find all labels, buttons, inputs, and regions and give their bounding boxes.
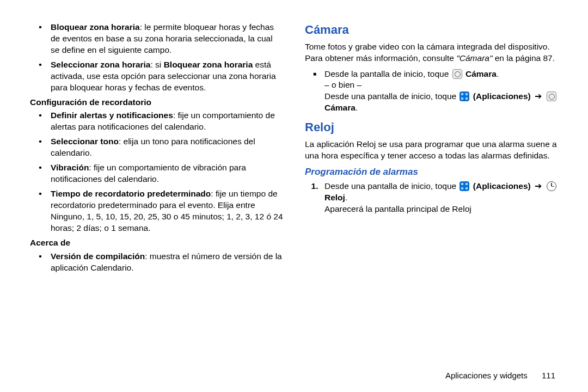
subhead-reminder-config: Configuración de recordatorio: [30, 97, 283, 108]
subhead-about: Acerca de: [30, 237, 283, 249]
heading-clock: Reloj: [305, 119, 558, 136]
bullet-text: Seleccionar zona horaria: si Bloquear zo…: [51, 59, 283, 94]
bullet-title: Tiempo de recordatorio predeterminado: [51, 189, 211, 198]
bullet-marker: •: [30, 251, 51, 274]
step-text: Desde la pantalla de inicio, toque Cámar…: [324, 69, 558, 114]
bullet-marker: •: [30, 188, 51, 234]
bullet-title: Seleccionar tono: [51, 137, 119, 146]
numbered-step: 1. Desde una pantalla de inicio, toque (…: [305, 181, 558, 215]
clock-icon: [547, 181, 556, 191]
bullet-item: • Tiempo de recordatorio predeterminado:…: [30, 188, 283, 234]
bullet-item: • Definir alertas y notificaciones: fije…: [30, 110, 283, 133]
bullet-item: • Versión de compilación: muestra el núm…: [30, 251, 283, 274]
bullet-item: • Seleccionar tono: elija un tono para n…: [30, 136, 283, 159]
bullet-marker: •: [30, 162, 51, 185]
camera-icon: [452, 69, 462, 79]
bullet-text: Definir alertas y notificaciones: fije u…: [51, 110, 283, 133]
bullet-text: Vibración: fije un comportamiento de vib…: [51, 162, 283, 185]
bullet-marker: •: [30, 22, 51, 56]
right-column: Cámara Tome fotos y grabe video con la c…: [305, 22, 558, 376]
arrow-icon: ➔: [535, 91, 542, 101]
bullet-item: • Bloquear zona horaria: le permite bloq…: [30, 22, 283, 56]
heading-camera: Cámara: [305, 22, 558, 38]
arrow-icon: ➔: [535, 181, 542, 191]
left-column: • Bloquear zona horaria: le permite bloq…: [30, 22, 283, 376]
bullet-marker: •: [30, 110, 51, 133]
step-text: Desde una pantalla de inicio, toque (Apl…: [324, 181, 558, 215]
footer-section: Aplicaciones y widgets: [445, 371, 528, 380]
bullet-text: Seleccionar tono: elija un tono para not…: [51, 136, 283, 159]
bullet-item: • Vibración: fije un comportamiento de v…: [30, 162, 283, 185]
bullet-title: Versión de compilación: [51, 252, 145, 261]
apps-icon: [460, 181, 469, 191]
subheading-alarms: Programación de alarmas: [305, 166, 558, 179]
camera-intro: Tome fotos y grabe video con la cámara i…: [305, 41, 558, 64]
step-number: 1.: [305, 181, 324, 215]
page-number: 111: [542, 371, 555, 380]
bullet-text: Bloquear zona horaria: le permite bloque…: [51, 22, 283, 56]
bullet-marker: •: [30, 59, 51, 94]
cross-reference: "Cámara": [456, 53, 492, 63]
bullet-item: • Seleccionar zona horaria: si Bloquear …: [30, 59, 283, 94]
bullet-title: Seleccionar zona horaria: [51, 60, 151, 69]
page-footer: Aplicaciones y widgets 111: [445, 370, 555, 381]
step-item: Desde la pantalla de inicio, toque Cámar…: [305, 69, 558, 114]
bullet-text: Versión de compilación: muestra el númer…: [51, 251, 283, 274]
square-bullet-icon: [305, 69, 324, 114]
bullet-marker: •: [30, 136, 51, 159]
bullet-title: Bloquear zona horaria: [51, 22, 140, 32]
camera-icon: [547, 91, 556, 101]
apps-icon: [460, 91, 469, 101]
clock-intro: La aplicación Reloj se usa para programa…: [305, 139, 558, 162]
bullet-text: Tiempo de recordatorio predeterminado: f…: [51, 188, 283, 234]
bullet-title: Vibración: [51, 163, 89, 172]
bullet-title: Definir alertas y notificaciones: [51, 111, 173, 120]
